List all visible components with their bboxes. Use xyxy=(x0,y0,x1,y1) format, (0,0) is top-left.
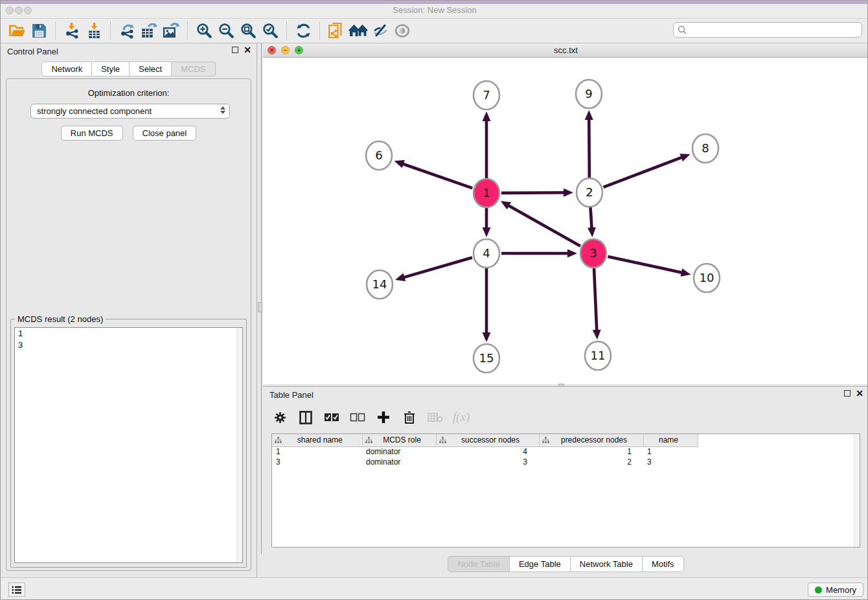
node-7[interactable]: 7 xyxy=(474,81,499,110)
edge-3-10[interactable] xyxy=(608,257,683,273)
cell-name[interactable]: 3 xyxy=(643,457,698,467)
cell-successor-nodes[interactable]: 4 xyxy=(436,446,539,457)
node-8[interactable]: 8 xyxy=(692,134,718,163)
shared-column-icon xyxy=(275,437,282,444)
show-all-icon[interactable] xyxy=(391,21,413,41)
zoom-in-icon[interactable] xyxy=(193,21,215,41)
zoom-selected-icon[interactable] xyxy=(259,21,281,41)
toolbar-separator xyxy=(187,22,188,40)
close-panel-icon[interactable]: ✕ xyxy=(244,46,251,54)
memory-button[interactable]: Memory xyxy=(808,583,863,597)
float-panel-icon[interactable] xyxy=(232,47,238,53)
node-4[interactable]: 4 xyxy=(474,239,499,268)
edge-arrowhead-1-2 xyxy=(564,189,573,197)
node-14[interactable]: 14 xyxy=(367,270,393,299)
mcds-result-list[interactable]: 13 xyxy=(14,327,243,563)
network-canvas-svg[interactable]: 1234678910111415 xyxy=(263,58,868,384)
edge-1-6[interactable] xyxy=(402,163,472,188)
edge-arrowhead-2-9 xyxy=(585,110,593,120)
function-builder-icon[interactable]: f(x) xyxy=(453,409,470,426)
tab-network[interactable]: Network xyxy=(41,62,92,76)
delete-column-icon[interactable] xyxy=(401,409,418,426)
tab-select[interactable]: Select xyxy=(130,62,172,76)
first-neighbors-icon[interactable] xyxy=(347,21,369,41)
close-panel-icon[interactable]: ✕ xyxy=(856,389,863,397)
close-panel-button[interactable]: Close panel xyxy=(133,126,197,141)
svg-text:10: 10 xyxy=(700,271,714,284)
column-header-MCDS-role[interactable]: MCDS role xyxy=(362,434,436,446)
column-header-name[interactable]: name xyxy=(643,434,698,446)
cell-MCDS-role[interactable]: dominator xyxy=(362,446,436,457)
tab-style[interactable]: Style xyxy=(92,62,130,76)
zoom-out-icon[interactable] xyxy=(215,21,237,41)
task-history-button[interactable] xyxy=(8,583,25,597)
node-table: shared nameMCDS rolesuccessor nodesprede… xyxy=(271,433,860,548)
hide-selected-icon[interactable] xyxy=(369,21,391,41)
add-column-icon[interactable] xyxy=(375,409,392,426)
column-header-predecessor-nodes[interactable]: predecessor nodes xyxy=(539,434,643,446)
export-image-icon[interactable] xyxy=(160,21,182,41)
edge-3-11[interactable] xyxy=(594,268,597,332)
split-columns-icon[interactable] xyxy=(297,409,314,426)
edge-2-8[interactable] xyxy=(604,157,683,187)
mcds-result-item[interactable]: 1 xyxy=(15,328,242,340)
tab-network-table[interactable]: Network Table xyxy=(571,556,643,572)
edge-2-3[interactable] xyxy=(590,207,591,229)
save-icon[interactable] xyxy=(28,21,50,41)
new-network-from-selection-icon[interactable] xyxy=(325,21,347,41)
node-9[interactable]: 9 xyxy=(576,80,602,108)
delete-table-icon[interactable] xyxy=(427,409,444,426)
titlebar-accent xyxy=(1,1,868,4)
mcds-result-item[interactable]: 3 xyxy=(15,340,242,351)
svg-text:15: 15 xyxy=(479,351,494,365)
tab-edge-table[interactable]: Edge Table xyxy=(510,556,571,572)
node-6[interactable]: 6 xyxy=(366,141,392,170)
select-all-rows-icon[interactable] xyxy=(323,409,340,426)
list-icon xyxy=(12,586,22,594)
tab-motifs[interactable]: Motifs xyxy=(643,556,684,572)
node-1[interactable]: 1 xyxy=(474,179,499,207)
import-network-icon[interactable] xyxy=(61,21,83,41)
tab-node-table[interactable]: Node Table xyxy=(448,556,510,572)
deselect-all-rows-icon[interactable] xyxy=(349,409,366,426)
cell-successor-nodes[interactable]: 3 xyxy=(436,457,539,467)
edge-3-1[interactable] xyxy=(507,205,580,246)
criterion-select[interactable]: strongly connected component xyxy=(30,104,230,119)
svg-text:9: 9 xyxy=(585,87,592,100)
cell-MCDS-role[interactable]: dominator xyxy=(362,457,436,467)
cell-shared-name[interactable]: 3 xyxy=(272,457,362,467)
edge-1-2[interactable] xyxy=(501,192,565,193)
search-input[interactable] xyxy=(673,22,862,38)
open-folder-icon[interactable] xyxy=(6,21,28,41)
import-table-icon[interactable] xyxy=(83,21,105,41)
tab-mcds[interactable]: MCDS xyxy=(172,62,215,76)
node-2[interactable]: 2 xyxy=(577,178,602,207)
cell-predecessor-nodes[interactable]: 1 xyxy=(539,446,643,457)
table-row[interactable]: 3dominator323 xyxy=(272,457,860,467)
edge-4-14[interactable] xyxy=(403,257,472,277)
table-row[interactable]: 1dominator411 xyxy=(272,446,860,457)
node-10[interactable]: 10 xyxy=(694,264,720,292)
cell-shared-name[interactable]: 1 xyxy=(272,446,362,457)
node-3[interactable]: 3 xyxy=(580,239,606,268)
export-table-icon[interactable] xyxy=(138,21,160,41)
column-header-shared-name[interactable]: shared name xyxy=(272,434,362,446)
run-mcds-button[interactable]: Run MCDS xyxy=(61,126,123,141)
network-view-window: × − + scc.txt 1234678910111415 xyxy=(263,43,868,386)
table-scrollbar[interactable] xyxy=(854,434,860,547)
settings-gear-icon[interactable] xyxy=(271,409,288,426)
table-toolbar: f(x) xyxy=(271,405,470,430)
splitter-grip[interactable] xyxy=(258,302,262,312)
column-header-successor-nodes[interactable]: successor nodes xyxy=(436,434,539,446)
float-panel-icon[interactable] xyxy=(844,390,851,397)
cell-predecessor-nodes[interactable]: 2 xyxy=(539,457,643,467)
refresh-icon[interactable] xyxy=(292,21,314,41)
export-network-icon[interactable] xyxy=(116,21,138,41)
cell-name[interactable]: 1 xyxy=(643,446,698,457)
mcds-result-scrollbar[interactable] xyxy=(236,328,242,562)
node-11[interactable]: 11 xyxy=(585,341,611,370)
node-15[interactable]: 15 xyxy=(474,344,499,373)
edge-2-9[interactable] xyxy=(589,118,589,178)
panel-splitter-vertical[interactable] xyxy=(257,43,263,577)
zoom-fit-icon[interactable] xyxy=(237,21,259,41)
